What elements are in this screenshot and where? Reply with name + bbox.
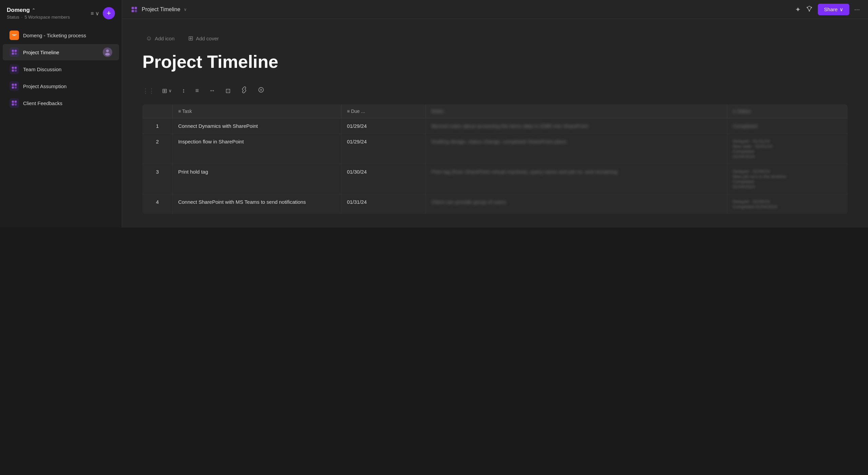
sidebar-item-ticketing[interactable]: Domeng - Ticketing process <box>3 27 119 43</box>
image-icon: ⊞ <box>188 35 193 42</box>
share-expand-icon[interactable] <box>806 5 813 14</box>
svg-rect-12 <box>15 70 17 72</box>
sidebar-item-client-feedbacks[interactable]: Client Feedbacks <box>3 95 119 111</box>
svg-line-29 <box>809 7 811 11</box>
svg-rect-20 <box>15 103 17 105</box>
row-3-task[interactable]: Print hold tag <box>173 164 341 194</box>
table-row: 1 Connect Dynamics with SharePoint 01/29… <box>142 118 848 134</box>
sidebar-item-project-timeline[interactable]: Project Timeline <box>3 44 119 60</box>
frame-button[interactable]: ⊡ <box>223 86 233 96</box>
svg-rect-9 <box>12 67 14 69</box>
color-button[interactable] <box>255 85 267 96</box>
th-task-label: Task <box>182 108 192 114</box>
sidebar-item-team-discussion[interactable]: Team Discussion <box>3 61 119 77</box>
row-2-status: Delayed - 01/31/24 New date - 02/01/24 C… <box>727 134 848 164</box>
sidebar-header-actions: ≡ ∨ + <box>91 7 115 19</box>
content-area: Project Timeline ∨ ✦ <box>122 0 868 227</box>
filter-icon: ≡ <box>195 87 199 94</box>
add-icon-label: Add icon <box>155 36 174 41</box>
svg-rect-21 <box>132 7 134 9</box>
row-2-task[interactable]: Inspection flow in SharePoint <box>173 134 341 164</box>
sidebar-item-project-assumption[interactable]: Project Assumption <box>3 78 119 94</box>
content-topbar-right: ✦ Share ∨ <box>795 4 860 15</box>
project-timeline-icon <box>9 47 19 57</box>
svg-rect-6 <box>15 53 17 55</box>
share-button[interactable]: Share ∨ <box>818 4 849 15</box>
th-due-label: Due ... <box>351 108 365 114</box>
page-title-chevron-icon[interactable]: ∨ <box>184 7 187 12</box>
svg-rect-18 <box>15 101 17 103</box>
link-icon <box>241 86 248 95</box>
resize-button[interactable]: ↔ <box>206 86 218 96</box>
user-avatar <box>103 47 112 57</box>
row-2-num: 2 <box>142 134 173 164</box>
emoji-icon: ☺ <box>146 35 152 42</box>
svg-point-8 <box>105 53 110 56</box>
grid-view-button[interactable]: ⊞ ∨ <box>159 86 175 96</box>
row-1-notes: Blurred notes about accessing the items … <box>426 118 727 134</box>
link-button[interactable] <box>238 85 250 96</box>
task-col-icon: ≡ <box>178 108 181 114</box>
svg-rect-19 <box>12 103 14 105</box>
row-2-due[interactable]: 01/29/24 <box>341 134 426 164</box>
row-4-due[interactable]: 01/31/24 <box>341 194 426 214</box>
row-4-task[interactable]: Connect SharePoint with MS Teams to send… <box>173 194 341 214</box>
sidebar-nav: Domeng - Ticketing process Project Timel… <box>0 24 122 227</box>
workspace-chevron-icon: ⌃ <box>32 8 35 13</box>
sort-icon: ↕ <box>182 87 185 94</box>
add-actions-bar: ☺ Add icon ⊞ Add cover <box>142 33 848 44</box>
table-row: 4 Connect SharePoint with MS Teams to se… <box>142 194 848 214</box>
table-row: 3 Print hold tag 01/30/24 Print tag (fro… <box>142 164 848 194</box>
row-1-status: Completed <box>727 118 848 134</box>
sidebar-item-project-assumption-label: Project Assumption <box>23 83 112 89</box>
row-3-num: 3 <box>142 164 173 194</box>
sidebar-item-ticketing-label: Domeng - Ticketing process <box>23 33 112 38</box>
svg-rect-5 <box>12 53 14 55</box>
table-header-row: ≡ Task ≡ Due ... Notes <box>142 104 848 118</box>
main-layout: Domeng ⌃ Status · 5 Workspace members ≡ … <box>0 0 868 227</box>
sparkle-icon[interactable]: ✦ <box>795 5 801 14</box>
app-shell: Domeng ⌃ Status · 5 Workspace members ≡ … <box>0 0 868 227</box>
row-3-due[interactable]: 01/30/24 <box>341 164 426 194</box>
th-status-label: ⊡ Status <box>733 108 751 114</box>
add-new-button[interactable]: + <box>103 7 115 19</box>
th-status: ⊡ Status <box>727 104 848 118</box>
workspace-name[interactable]: Domeng ⌃ <box>7 7 70 14</box>
th-notes: Notes <box>426 104 727 118</box>
due-col-icon: ≡ <box>347 108 350 114</box>
row-3-notes: Print tag (from SharePoint virtual machi… <box>426 164 727 194</box>
sort-button[interactable]: ↕ <box>179 86 188 96</box>
sidebar-item-client-feedbacks-label: Client Feedbacks <box>23 100 112 106</box>
row-4-notes: Client can provide group of users <box>426 194 727 214</box>
svg-rect-4 <box>15 50 17 52</box>
workspace-info: Domeng ⌃ Status · 5 Workspace members <box>7 7 70 20</box>
svg-rect-14 <box>15 84 17 86</box>
svg-rect-24 <box>135 10 137 12</box>
page-title-topbar: Project Timeline <box>142 6 180 13</box>
team-discussion-icon <box>9 64 19 74</box>
row-1-due[interactable]: 01/29/24 <box>341 118 426 134</box>
ticketing-icon <box>9 31 19 40</box>
svg-rect-23 <box>132 10 134 12</box>
share-label: Share <box>824 6 837 12</box>
svg-rect-16 <box>15 86 17 88</box>
sidebar-menu-button[interactable]: ≡ ∨ <box>91 10 99 17</box>
svg-rect-3 <box>12 50 14 52</box>
th-notes-label: Notes <box>431 108 444 114</box>
frame-icon: ⊡ <box>225 87 231 95</box>
table-toolbar: ⋮⋮ ⊞ ∨ ↕ ≡ ↔ ⊡ <box>142 82 848 99</box>
page-title-main: Project Timeline <box>142 52 848 72</box>
add-icon-button[interactable]: ☺ Add icon <box>142 33 178 44</box>
more-options-icon[interactable]: ··· <box>854 5 860 13</box>
svg-point-31 <box>260 89 262 91</box>
svg-rect-11 <box>12 70 14 72</box>
svg-rect-0 <box>12 34 17 37</box>
th-num <box>142 104 173 118</box>
task-table: ≡ Task ≡ Due ... Notes <box>142 104 848 214</box>
add-cover-button[interactable]: ⊞ Add cover <box>185 33 222 44</box>
drag-handle-icon[interactable]: ⋮⋮ <box>142 87 155 95</box>
row-1-task[interactable]: Connect Dynamics with SharePoint <box>173 118 341 134</box>
filter-button[interactable]: ≡ <box>193 86 202 96</box>
page-icon <box>130 5 138 14</box>
add-cover-label: Add cover <box>196 36 219 41</box>
